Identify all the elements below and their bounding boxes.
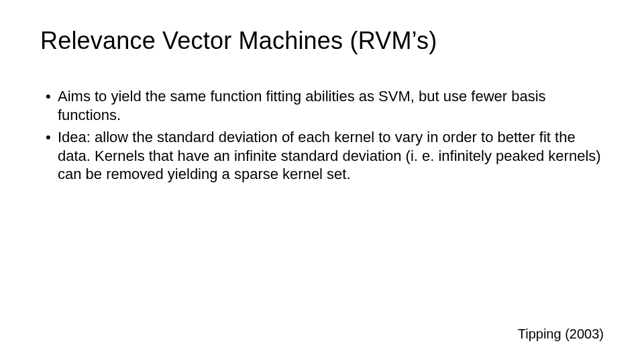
bullet-item: Aims to yield the same function fitting …: [46, 87, 604, 124]
bullet-item: Idea: allow the standard deviation of ea…: [46, 128, 604, 184]
slide-container: Relevance Vector Machines (RVM’s) Aims t…: [0, 0, 644, 362]
slide-title: Relevance Vector Machines (RVM’s): [40, 27, 604, 55]
citation: Tipping (2003): [518, 326, 604, 342]
bullet-list: Aims to yield the same function fitting …: [40, 87, 604, 184]
